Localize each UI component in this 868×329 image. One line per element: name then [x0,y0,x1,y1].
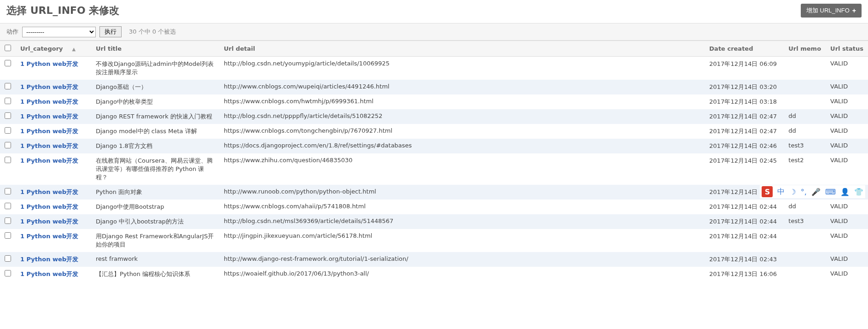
go-button[interactable]: 执行 [99,26,122,37]
row-date: 2017年12月14日 02:45 [705,153,784,185]
person-icon[interactable]: 👤 [840,188,850,196]
sort-asc-icon: ▲ [72,47,76,52]
row-category: 1 Python web开发 [16,229,91,252]
category-link[interactable]: 1 Python web开发 [20,60,78,67]
moon-icon[interactable]: ☽ [789,188,796,196]
row-category: 1 Python web开发 [16,185,91,200]
row-checkbox[interactable] [5,188,11,194]
row-checkbox[interactable] [5,142,11,148]
header-bar: 选择 URL_INFO 来修改 增加 URL_INFO + [0,0,868,23]
row-detail: http://www.runoob.com/python/python-obje… [219,185,705,200]
category-link[interactable]: 1 Python web开发 [20,218,78,225]
row-detail: https://woaielf.github.io/2017/06/13/pyt… [219,267,705,282]
row-status: VALID [826,214,868,229]
row-checkbox-cell [0,200,16,214]
row-memo: test3 [784,139,826,153]
row-checkbox[interactable] [5,217,11,224]
row-checkbox-cell [0,267,16,282]
row-checkbox[interactable] [5,98,11,104]
header-status[interactable]: Url status [826,41,868,57]
row-detail: https://www.cnblogs.com/tongchengbin/p/7… [219,124,705,139]
select-all-checkbox[interactable] [5,45,11,51]
row-status: VALID [826,139,868,153]
row-memo: test3 [784,214,826,229]
microphone-icon[interactable]: 🎤 [811,188,821,196]
row-date: 2017年12月14日 03:18 [705,94,784,109]
keyboard-icon[interactable]: ⌨ [825,188,836,196]
category-link[interactable]: 1 Python web开发 [20,157,78,164]
row-detail: https://www.cnblogs.com/ahaii/p/5741808.… [219,200,705,214]
row-title: rest framwork [91,252,219,267]
row-checkbox-cell [0,139,16,153]
row-category: 1 Python web开发 [16,80,91,94]
row-memo [784,229,826,252]
row-checkbox[interactable] [5,127,11,134]
row-memo: dd [784,200,826,214]
row-status: VALID [826,109,868,124]
shirt-icon[interactable]: 👕 [854,188,863,196]
add-url-info-button[interactable]: 增加 URL_INFO + [801,4,862,18]
row-memo [784,57,826,80]
header-category[interactable]: Url_category▲ [16,41,91,57]
header-date[interactable]: Date created [705,41,784,57]
table-row: 1 Python web开发不修改Django源码让admin中的Model列表… [0,57,868,80]
row-title: Django 1.8官方文档 [91,139,219,153]
header-detail[interactable]: Url detail [219,41,705,57]
row-title: Django model中的 class Meta 详解 [91,124,219,139]
row-category: 1 Python web开发 [16,214,91,229]
table-row: 1 Python web开发Django 1.8官方文档https://docs… [0,139,868,153]
page-title: 选择 URL_INFO 来修改 [6,4,119,18]
table-row: 1 Python web开发Django中的枚举类型https://www.cn… [0,94,868,109]
table-row: 1 Python web开发【汇总】Python 编程核心知识体系https:/… [0,267,868,282]
category-link[interactable]: 1 Python web开发 [20,203,78,210]
row-title: Django中使用Bootstrap [91,200,219,214]
category-link[interactable]: 1 Python web开发 [20,270,78,277]
sogou-logo-icon[interactable]: S [762,186,773,197]
header-memo[interactable]: Url memo [784,41,826,57]
row-checkbox-cell [0,185,16,200]
row-checkbox-cell [0,109,16,124]
row-memo [784,94,826,109]
row-date: 2017年12月14日 02:46 [705,139,784,153]
category-link[interactable]: 1 Python web开发 [20,256,78,263]
row-date: 2017年12月14日 03:20 [705,80,784,94]
row-title: Django REST framework 的快速入门教程 [91,109,219,124]
comma-icon[interactable]: °, [801,188,807,196]
row-date: 2017年12月14日 02:43 [705,252,784,267]
category-link[interactable]: 1 Python web开发 [20,128,78,135]
header-title[interactable]: Url title [91,41,219,57]
row-checkbox[interactable] [5,157,11,163]
row-status: VALID [826,229,868,252]
row-date: 2017年12月13日 16:06 [705,267,784,282]
row-memo [784,267,826,282]
category-link[interactable]: 1 Python web开发 [20,98,78,105]
row-checkbox[interactable] [5,83,11,89]
row-title: 在线教育网站（Coursera、网易云课堂、腾讯课堂等）有哪些值得推荐的 Pyt… [91,153,219,185]
category-link[interactable]: 1 Python web开发 [20,113,78,120]
row-checkbox[interactable] [5,60,11,66]
row-date: 2017年12月14日 02:44 [705,214,784,229]
row-checkbox[interactable] [5,255,11,262]
row-detail: http://jingpin.jikexueyuan.com/article/5… [219,229,705,252]
row-memo: test2 [784,153,826,185]
header-select-all [0,41,16,57]
actions-select[interactable]: --------- [22,27,96,37]
row-status: VALID [826,252,868,267]
row-category: 1 Python web开发 [16,153,91,185]
row-checkbox[interactable] [5,270,11,276]
row-checkbox[interactable] [5,232,11,239]
cn-input-icon[interactable]: 中 [777,187,785,197]
row-category: 1 Python web开发 [16,267,91,282]
row-title: Python 面向对象 [91,185,219,200]
category-link[interactable]: 1 Python web开发 [20,233,78,240]
row-checkbox[interactable] [5,203,11,209]
category-link[interactable]: 1 Python web开发 [20,83,78,90]
ime-toolbar: S 中 ☽ °, 🎤 ⌨ 👤 👕 [760,185,865,198]
table-row: 1 Python web开发Python 面向对象http://www.runo… [0,185,868,200]
row-checkbox-cell [0,229,16,252]
category-link[interactable]: 1 Python web开发 [20,142,78,149]
changelist-table: Url_category▲ Url title Url detail Date … [0,41,868,282]
row-checkbox[interactable] [5,112,11,119]
row-status: VALID [826,57,868,80]
category-link[interactable]: 1 Python web开发 [20,188,78,195]
